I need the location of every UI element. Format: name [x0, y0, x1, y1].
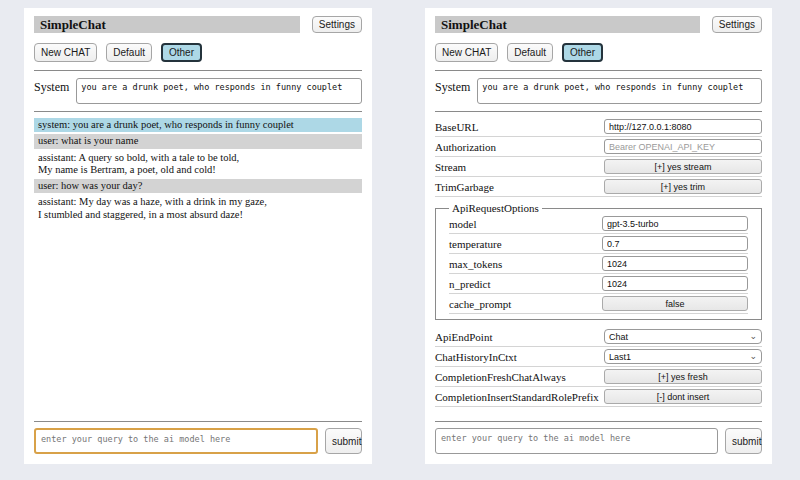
setting-row: ChatHistoryInCtxt Last1 ⌄ — [435, 347, 762, 367]
query-bar: submit — [435, 421, 762, 454]
divider — [34, 70, 362, 71]
completion-fresh-chat-always-label: CompletionFreshChatAlways — [435, 371, 566, 383]
chat-message-assistant: assistant: My day was a haze, with a dri… — [34, 195, 362, 222]
authorization-input[interactable] — [604, 139, 762, 154]
setting-row: n_predict — [449, 274, 748, 294]
baseurl-label: BaseURL — [435, 121, 478, 133]
temperature-input[interactable] — [602, 236, 748, 251]
max-tokens-input[interactable] — [602, 256, 748, 271]
divider — [435, 111, 762, 112]
completion-insert-standard-role-prefix-label: CompletionInsertStandardRolePrefix — [435, 391, 599, 403]
setting-row: cache_prompt false — [449, 294, 748, 314]
api-endpoint-label: ApiEndPoint — [435, 331, 492, 343]
completion-fresh-chat-always-toggle-button[interactable]: [+] yes fresh — [604, 369, 762, 384]
trimgarbage-toggle-button[interactable]: [+] yes trim — [604, 179, 762, 194]
chat-history-in-ctxt-label: ChatHistoryInCtxt — [435, 351, 517, 363]
titlebar: SimpleChat Settings — [435, 16, 762, 33]
divider — [435, 70, 762, 71]
api-endpoint-selected-value: Chat — [609, 332, 628, 342]
authorization-label: Authorization — [435, 141, 496, 153]
chat-panel: SimpleChat Settings New CHAT Default Oth… — [24, 8, 372, 464]
cache-prompt-toggle-button[interactable]: false — [602, 296, 748, 311]
temperature-label: temperature — [449, 238, 502, 250]
system-prompt-label: System — [34, 78, 69, 104]
model-input[interactable] — [602, 216, 748, 231]
cache-prompt-label: cache_prompt — [449, 298, 511, 310]
chevron-down-icon: ⌄ — [749, 332, 757, 341]
session-row: New CHAT Default Other — [435, 43, 762, 62]
setting-row: model — [449, 214, 748, 234]
system-prompt-row: System you are a drunk poet, who respond… — [34, 78, 362, 104]
chat-message-list: system: you are a drunk poet, who respon… — [34, 118, 362, 222]
query-bar: submit — [34, 421, 362, 454]
max-tokens-label: max_tokens — [449, 258, 502, 270]
system-prompt-row: System you are a drunk poet, who respond… — [435, 78, 762, 104]
setting-row: BaseURL — [435, 117, 762, 137]
model-label: model — [449, 218, 477, 230]
chat-message-user: user: how was your day? — [34, 179, 362, 193]
submit-button[interactable]: submit — [725, 428, 762, 454]
completion-insert-standard-role-prefix-toggle-button[interactable]: [-] dont insert — [604, 389, 762, 404]
divider — [34, 111, 362, 112]
settings-list: BaseURL Authorization Stream [+] yes str… — [435, 117, 762, 407]
session-button-other[interactable]: Other — [161, 43, 202, 62]
chat-history-selected-value: Last1 — [609, 352, 631, 362]
session-button-default[interactable]: Default — [106, 43, 152, 62]
stream-label: Stream — [435, 161, 466, 173]
chat-message-assistant: assistant: A query so bold, with a tale … — [34, 151, 362, 178]
api-request-options-group: ApiRequestOptions model temperature max_… — [435, 202, 762, 320]
n-predict-label: n_predict — [449, 278, 491, 290]
session-row: New CHAT Default Other — [34, 43, 362, 62]
setting-row: TrimGarbage [+] yes trim — [435, 177, 762, 197]
setting-row: max_tokens — [449, 254, 748, 274]
system-prompt-textarea[interactable]: you are a drunk poet, who responds in fu… — [477, 78, 762, 104]
chevron-down-icon: ⌄ — [749, 352, 757, 361]
divider — [34, 421, 362, 422]
titlebar: SimpleChat Settings — [34, 16, 362, 33]
divider — [435, 421, 762, 422]
n-predict-input[interactable] — [602, 276, 748, 291]
setting-row: Stream [+] yes stream — [435, 157, 762, 177]
new-chat-button[interactable]: New CHAT — [435, 43, 498, 62]
session-button-other[interactable]: Other — [562, 43, 603, 62]
settings-button[interactable]: Settings — [712, 16, 762, 33]
api-endpoint-select[interactable]: Chat ⌄ — [604, 329, 762, 344]
baseurl-input[interactable] — [604, 119, 762, 134]
query-input[interactable] — [34, 428, 318, 454]
stream-toggle-button[interactable]: [+] yes stream — [604, 159, 762, 174]
api-request-options-legend: ApiRequestOptions — [449, 202, 542, 214]
submit-button[interactable]: submit — [325, 428, 362, 454]
new-chat-button[interactable]: New CHAT — [34, 43, 97, 62]
system-prompt-label: System — [435, 78, 470, 104]
chat-history-in-ctxt-select[interactable]: Last1 ⌄ — [604, 349, 762, 364]
setting-row: CompletionInsertStandardRolePrefix [-] d… — [435, 387, 762, 407]
query-input[interactable] — [435, 428, 718, 454]
app-title: SimpleChat — [34, 16, 300, 33]
setting-row: CompletionFreshChatAlways [+] yes fresh — [435, 367, 762, 387]
chat-message-system: system: you are a drunk poet, who respon… — [34, 118, 362, 132]
session-button-default[interactable]: Default — [507, 43, 553, 62]
setting-row: Authorization — [435, 137, 762, 157]
setting-row: ApiEndPoint Chat ⌄ — [435, 327, 762, 347]
setting-row: temperature — [449, 234, 748, 254]
app-title: SimpleChat — [435, 16, 700, 33]
settings-button[interactable]: Settings — [312, 16, 362, 33]
settings-panel: SimpleChat Settings New CHAT Default Oth… — [425, 8, 772, 464]
system-prompt-textarea[interactable]: you are a drunk poet, who responds in fu… — [76, 78, 362, 104]
trimgarbage-label: TrimGarbage — [435, 181, 494, 193]
chat-message-user: user: what is your name — [34, 134, 362, 148]
